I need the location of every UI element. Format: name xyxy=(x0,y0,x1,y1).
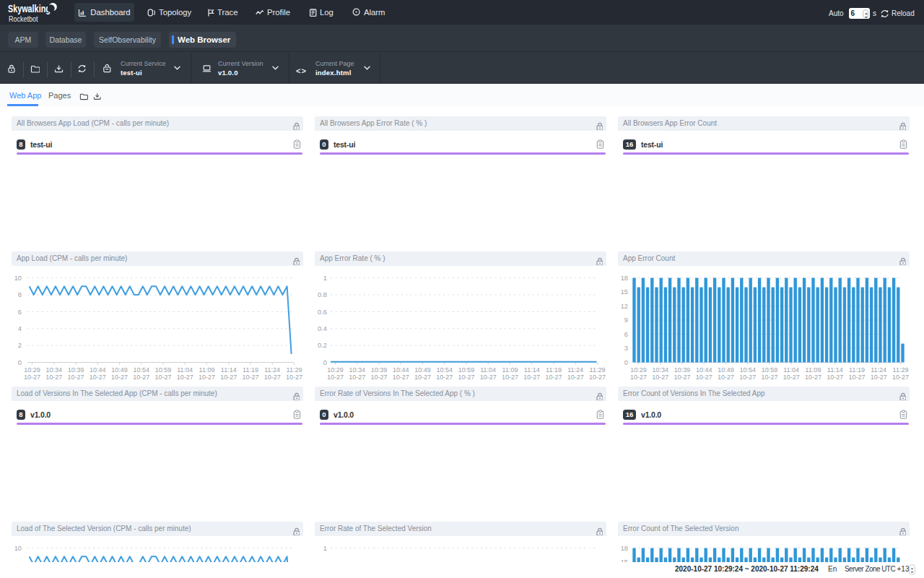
svg-text:10-27: 10-27 xyxy=(567,374,584,381)
svg-text:4: 4 xyxy=(18,325,22,332)
svg-text:10-27: 10-27 xyxy=(67,374,84,381)
svg-text:10:39: 10:39 xyxy=(371,366,388,374)
svg-text:10-27: 10-27 xyxy=(220,374,237,381)
svg-text:10: 10 xyxy=(14,275,22,282)
svg-text:11:04: 11:04 xyxy=(783,366,799,374)
svg-text:10:29: 10:29 xyxy=(24,366,40,374)
svg-text:18: 18 xyxy=(621,275,628,282)
svg-text:10-27: 10-27 xyxy=(133,374,149,381)
svg-text:10:44: 10:44 xyxy=(696,366,712,374)
svg-text:10-27: 10-27 xyxy=(393,374,409,381)
svg-text:10-27: 10-27 xyxy=(805,374,821,381)
svg-text:10:44: 10:44 xyxy=(90,366,106,374)
svg-text:10-27: 10-27 xyxy=(718,374,734,381)
svg-text:10:39: 10:39 xyxy=(68,366,84,374)
svg-text:10-27: 10-27 xyxy=(154,374,171,381)
svg-text:10:34: 10:34 xyxy=(46,366,63,374)
svg-text:10:29: 10:29 xyxy=(630,366,647,374)
svg-text:10-27: 10-27 xyxy=(242,374,258,381)
svg-text:10-27: 10-27 xyxy=(630,374,647,381)
svg-text:10:49: 10:49 xyxy=(414,366,431,374)
svg-text:10-27: 10-27 xyxy=(327,374,344,381)
svg-text:0: 0 xyxy=(624,359,628,366)
svg-text:10:39: 10:39 xyxy=(674,366,691,374)
svg-text:0: 0 xyxy=(323,359,327,366)
svg-text:11:19: 11:19 xyxy=(546,366,562,374)
svg-text:10:34: 10:34 xyxy=(349,366,366,374)
svg-text:10:49: 10:49 xyxy=(111,366,128,374)
svg-text:10:59: 10:59 xyxy=(458,366,475,374)
svg-text:10-27: 10-27 xyxy=(45,374,62,381)
svg-text:0.6: 0.6 xyxy=(318,309,327,316)
svg-text:0: 0 xyxy=(18,359,22,366)
svg-text:10-27: 10-27 xyxy=(286,374,302,381)
svg-text:3: 3 xyxy=(624,345,628,352)
svg-text:0.2: 0.2 xyxy=(318,342,327,349)
svg-text:10:44: 10:44 xyxy=(393,366,409,374)
svg-text:11:14: 11:14 xyxy=(524,366,540,374)
svg-text:10-27: 10-27 xyxy=(349,374,365,381)
svg-text:0.8: 0.8 xyxy=(318,291,327,298)
svg-text:11:24: 11:24 xyxy=(567,366,583,374)
svg-text:10:29: 10:29 xyxy=(327,366,344,374)
svg-text:10-27: 10-27 xyxy=(871,374,887,381)
svg-text:10-27: 10-27 xyxy=(90,374,106,381)
svg-text:10-27: 10-27 xyxy=(523,374,540,381)
svg-text:10-27: 10-27 xyxy=(414,374,431,381)
svg-text:10-27: 10-27 xyxy=(848,374,865,381)
svg-text:15: 15 xyxy=(621,288,628,296)
svg-text:2: 2 xyxy=(18,342,22,349)
svg-text:11:14: 11:14 xyxy=(827,366,843,374)
svg-text:10-27: 10-27 xyxy=(827,374,843,381)
svg-text:6: 6 xyxy=(624,331,628,338)
svg-text:10:59: 10:59 xyxy=(762,366,778,374)
svg-text:10-27: 10-27 xyxy=(24,374,40,381)
svg-text:11:24: 11:24 xyxy=(264,366,280,374)
svg-text:10-27: 10-27 xyxy=(739,374,756,381)
svg-text:1: 1 xyxy=(323,545,327,552)
svg-text:10-27: 10-27 xyxy=(696,374,712,381)
svg-text:10-27: 10-27 xyxy=(502,374,518,381)
svg-text:10-27: 10-27 xyxy=(370,374,387,381)
svg-text:11:09: 11:09 xyxy=(806,366,821,374)
svg-text:10-27: 10-27 xyxy=(545,374,562,381)
svg-text:10:54: 10:54 xyxy=(437,366,453,374)
svg-text:10-27: 10-27 xyxy=(436,374,453,381)
svg-text:11:29: 11:29 xyxy=(893,366,909,374)
svg-text:10-27: 10-27 xyxy=(199,374,215,381)
svg-text:9: 9 xyxy=(624,316,628,324)
svg-text:11:04: 11:04 xyxy=(177,366,193,374)
svg-text:11:09: 11:09 xyxy=(199,366,215,374)
svg-text:18: 18 xyxy=(621,545,628,552)
svg-text:11:09: 11:09 xyxy=(502,366,518,374)
svg-text:11:19: 11:19 xyxy=(849,366,865,374)
svg-text:10-27: 10-27 xyxy=(674,374,690,381)
svg-text:11:14: 11:14 xyxy=(221,366,237,374)
svg-text:12: 12 xyxy=(621,303,628,310)
svg-text:8: 8 xyxy=(18,291,22,298)
svg-text:10:34: 10:34 xyxy=(653,366,669,374)
svg-text:10:54: 10:54 xyxy=(740,366,757,374)
svg-text:1: 1 xyxy=(323,275,327,282)
svg-text:10:54: 10:54 xyxy=(134,366,150,374)
svg-text:10-27: 10-27 xyxy=(761,374,777,381)
svg-text:10-27: 10-27 xyxy=(458,374,474,381)
svg-text:10-27: 10-27 xyxy=(177,374,193,381)
svg-text:11:29: 11:29 xyxy=(287,366,302,374)
svg-text:11:04: 11:04 xyxy=(480,366,496,374)
svg-text:10-27: 10-27 xyxy=(264,374,281,381)
svg-text:10:49: 10:49 xyxy=(718,366,734,374)
svg-text:10-27: 10-27 xyxy=(652,374,668,381)
svg-text:6: 6 xyxy=(18,309,22,316)
svg-text:10: 10 xyxy=(14,545,22,552)
svg-text:10-27: 10-27 xyxy=(480,374,497,381)
svg-text:11:19: 11:19 xyxy=(243,366,258,374)
svg-text:0.4: 0.4 xyxy=(318,325,327,332)
svg-text:10-27: 10-27 xyxy=(783,374,800,381)
svg-text:11:29: 11:29 xyxy=(590,366,606,374)
svg-text:10-27: 10-27 xyxy=(589,374,606,381)
svg-text:10:59: 10:59 xyxy=(155,366,172,374)
svg-text:10-27: 10-27 xyxy=(892,374,909,381)
svg-text:10-27: 10-27 xyxy=(111,374,128,381)
svg-text:11:24: 11:24 xyxy=(871,366,886,374)
